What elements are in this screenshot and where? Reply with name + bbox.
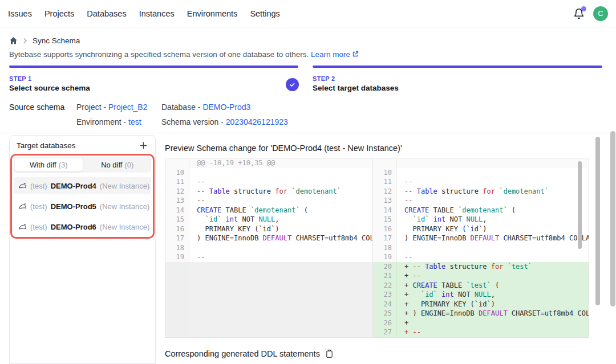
database-link[interactable]: DEMO-Prod3	[202, 103, 250, 112]
code-line: --	[397, 177, 589, 187]
source-database-field: Database - DEMO-Prod3	[161, 103, 250, 112]
line-number: 25	[373, 309, 397, 318]
project-link[interactable]: Project_B2	[108, 103, 147, 112]
learn-more-link[interactable]: Learn more	[311, 50, 359, 59]
target-databases-title: Target databases	[17, 141, 76, 150]
tab-with-diff[interactable]: With diff(3)	[15, 158, 83, 171]
diff-row: 14CREATE TABLE `demotenant` (	[165, 206, 372, 215]
diff-row: 20+ -- Table structure for `test`	[373, 262, 589, 272]
step-2-label: STEP 2	[313, 75, 602, 82]
step-2: STEP 2 Select target databases	[313, 66, 602, 92]
chevron-right-icon	[23, 38, 27, 44]
nav-item-environments[interactable]: Environments	[187, 9, 238, 18]
database-suffix: (New Instance)	[100, 182, 149, 190]
line-number: 21	[373, 271, 397, 281]
intro-description: Bytebase supports synchronizing a specif…	[9, 50, 309, 59]
copy-ddl-icon[interactable]	[325, 349, 334, 358]
diff-tabs: With diff(3)No diff(0)	[14, 157, 151, 173]
home-icon[interactable]	[9, 36, 18, 45]
breadcrumb-page[interactable]: Sync Schema	[33, 36, 80, 45]
database-environment: (test)	[30, 202, 47, 211]
ddl-statements-label: Corresponding generated DDL statements	[165, 349, 320, 358]
diff-row: 16 PRIMARY KEY (`id`)	[373, 224, 589, 234]
code-line: `id` int NOT NULL,	[189, 215, 372, 224]
ddl-statements-row: Corresponding generated DDL statements	[165, 349, 334, 358]
line-number: 12	[373, 187, 397, 197]
code-line: --	[189, 177, 372, 187]
line-number: 19	[165, 252, 189, 262]
line-number: 11	[373, 177, 397, 187]
environment-link[interactable]: test	[128, 117, 141, 126]
diff-pane-target[interactable]: 1011--12-- Table structure for `demotena…	[373, 158, 589, 337]
source-schema-label: Source schema	[9, 103, 64, 112]
diff-row: 10	[165, 168, 372, 178]
code-line: --	[189, 252, 372, 262]
database-suffix: (New Instance)	[100, 202, 149, 211]
tab-label: No diff	[101, 161, 122, 169]
step-1-check-icon	[286, 78, 299, 91]
step-1-bar	[9, 66, 298, 68]
code-line: PRIMARY KEY (`id`)	[189, 224, 372, 234]
line-number: 14	[165, 206, 189, 215]
diff-row: 13--	[165, 196, 372, 206]
line-number: 27	[373, 328, 397, 337]
diff-row: 14CREATE TABLE `demotenant` (	[373, 206, 589, 215]
line-number: 23	[373, 290, 397, 300]
line-number: 19	[373, 252, 397, 262]
code-line: @@ -10,19 +10,35 @@	[189, 158, 372, 168]
diff-row: 17) ENGINE=InnoDB DEFAULT CHARSET=utf8mb…	[373, 234, 589, 243]
line-number: 10	[165, 168, 189, 178]
database-suffix: (New Instance)	[100, 223, 149, 231]
nav-item-databases[interactable]: Databases	[87, 9, 126, 18]
code-line: `id` int NOT NULL,	[397, 215, 589, 224]
nav-menu: IssuesProjectsDatabasesInstancesEnvironm…	[8, 9, 280, 18]
diff-row: 17) ENGINE=InnoDB DEFAULT CHARSET=utf8mb…	[165, 234, 372, 243]
diff-pane-scrollbar[interactable]	[578, 161, 582, 249]
line-number: 24	[373, 300, 397, 309]
target-database-list: (test)DEMO-Prod4(New Instance)(test)DEMO…	[14, 177, 151, 235]
code-line: ) ENGINE=InnoDB DEFAULT CHARSET=utf8mb4 …	[397, 234, 589, 243]
notification-dot	[581, 6, 586, 11]
add-target-database-button[interactable]	[139, 141, 148, 150]
mysql-dolphin-icon	[18, 223, 27, 231]
nav-item-projects[interactable]: Projects	[44, 9, 74, 18]
diff-row: 26+	[373, 318, 589, 328]
code-line: --	[397, 252, 589, 262]
line-number: 14	[373, 206, 397, 215]
database-environment: (test)	[30, 182, 47, 190]
schema-version-link[interactable]: 20230426121923	[226, 117, 288, 126]
line-number: 20	[373, 262, 397, 272]
diff-row: 24+ PRIMARY KEY (`id`)	[373, 300, 589, 309]
diff-pane-source[interactable]: @@ -10,19 +10,35 @@1011--12-- Table stru…	[165, 158, 373, 337]
database-row-demo-prod5[interactable]: (test)DEMO-Prod5(New Instance)	[14, 198, 151, 215]
annotation-highlight-box: With diff(3)No diff(0) (test)DEMO-Prod4(…	[10, 154, 155, 239]
diff-row: 15 `id` int NOT NULL,	[373, 215, 589, 224]
source-schema-version-field: Schema version - 20230426121923	[161, 117, 288, 126]
nav-item-instances[interactable]: Instances	[139, 9, 175, 18]
external-link-icon	[352, 51, 359, 58]
step-2-bar	[313, 66, 602, 68]
mysql-dolphin-icon	[18, 182, 27, 190]
diff-row: 19--	[165, 252, 372, 262]
top-navbar: IssuesProjectsDatabasesInstancesEnvironm…	[0, 0, 616, 27]
diff-row: 27+ --	[373, 328, 589, 337]
line-number: 11	[165, 177, 189, 187]
preview-panel-scrollbar[interactable]	[595, 137, 600, 305]
line-number: 18	[373, 243, 397, 253]
diff-row: 13--	[373, 196, 589, 206]
page-scrollbar[interactable]	[610, 131, 615, 306]
database-row-demo-prod6[interactable]: (test)DEMO-Prod6(New Instance)	[14, 218, 151, 235]
intro-text: Bytebase supports synchronizing a specif…	[9, 50, 359, 59]
nav-item-settings[interactable]: Settings	[250, 9, 279, 18]
tab-no-diff[interactable]: No diff(0)	[84, 157, 152, 173]
step-1: STEP 1 Select source schema	[9, 66, 298, 92]
line-number: 17	[373, 234, 397, 243]
avatar[interactable]: C	[593, 6, 608, 21]
diff-row: 15 `id` int NOT NULL,	[165, 215, 372, 224]
nav-item-issues[interactable]: Issues	[8, 9, 32, 18]
code-line: -- Table structure for `demotenant`	[397, 187, 589, 197]
notification-bell-icon[interactable]	[573, 8, 585, 19]
line-number: 22	[373, 281, 397, 291]
line-number	[373, 158, 397, 168]
database-row-demo-prod4[interactable]: (test)DEMO-Prod4(New Instance)	[14, 177, 151, 194]
